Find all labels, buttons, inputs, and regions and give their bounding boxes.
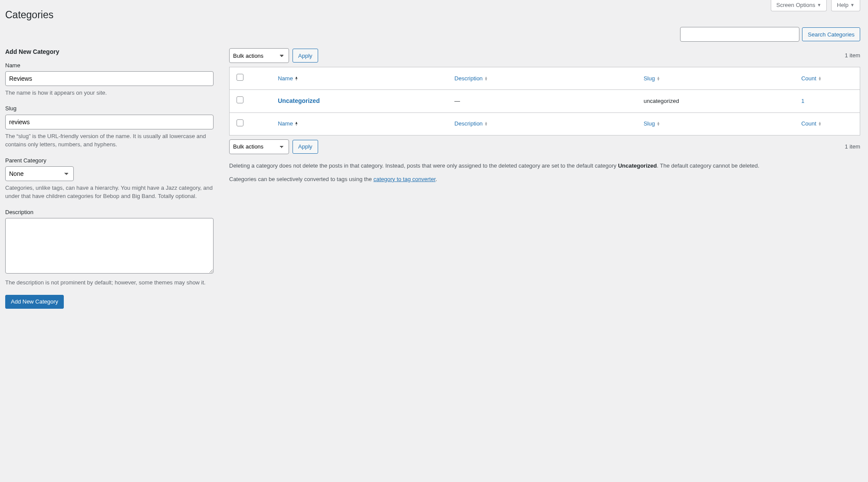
column-header-description[interactable]: Description ▲▼ (454, 75, 488, 83)
name-help: The name is how it appears on your site. (5, 89, 214, 97)
help-label: Help (837, 1, 848, 9)
column-footer-description[interactable]: Description ▲▼ (454, 120, 488, 128)
column-count-label: Count (801, 75, 816, 83)
column-description-label: Description (454, 75, 483, 83)
slug-help: The “slug” is the URL-friendly version o… (5, 132, 214, 149)
slug-field[interactable] (5, 115, 214, 129)
parent-category-select[interactable]: None (5, 166, 74, 181)
screen-options-tab[interactable]: Screen Options ▼ (771, 0, 827, 11)
apply-bottom-button[interactable]: Apply (293, 140, 318, 154)
description-field[interactable] (5, 218, 214, 274)
sort-icon: ▲▼ (818, 76, 822, 81)
description-label: Description (5, 208, 214, 216)
bulk-actions-top-select[interactable]: Bulk actions (229, 48, 289, 63)
parent-category-label: Parent Category (5, 157, 214, 165)
sort-icon: ▲▼ (657, 122, 660, 126)
row-name-link[interactable]: Uncategorized (278, 97, 319, 104)
select-all-bottom-checkbox[interactable] (237, 119, 243, 126)
column-footer-count[interactable]: Count ▲▼ (801, 120, 822, 128)
chevron-down-icon: ▼ (850, 2, 855, 8)
row-slug: uncategorized (639, 90, 797, 112)
name-label: Name (5, 62, 214, 69)
item-count-top: 1 item (845, 52, 860, 59)
delete-note: Deleting a category does not delete the … (229, 162, 860, 171)
add-new-category-heading: Add New Category (5, 48, 214, 56)
category-to-tag-converter-link[interactable]: category to tag converter (373, 176, 435, 182)
item-count-bottom: 1 item (845, 143, 860, 151)
row-count-link[interactable]: 1 (801, 98, 804, 104)
help-tab[interactable]: Help ▼ (831, 0, 860, 11)
row-checkbox[interactable] (237, 96, 243, 103)
column-header-name[interactable]: Name ▲▼ (278, 75, 298, 83)
column-header-count[interactable]: Count ▲▼ (801, 75, 822, 83)
parent-help: Categories, unlike tags, can have a hier… (5, 184, 214, 201)
converter-note: Categories can be selectively converted … (229, 175, 860, 184)
sort-icon: ▲▼ (295, 122, 298, 126)
add-new-category-button[interactable]: Add New Category (5, 295, 64, 309)
row-description: — (450, 90, 639, 112)
sort-icon: ▲▼ (657, 76, 660, 81)
slug-label: Slug (5, 105, 214, 112)
page-title: Categories (5, 0, 860, 27)
column-footer-name[interactable]: Name ▲▼ (278, 120, 298, 128)
name-field[interactable] (5, 71, 214, 86)
sort-icon: ▲▼ (295, 76, 298, 81)
sort-icon: ▲▼ (484, 76, 488, 81)
table-row: Uncategorized — uncategorized 1 (230, 90, 860, 112)
screen-options-label: Screen Options (776, 1, 815, 9)
sort-icon: ▲▼ (484, 122, 488, 126)
description-help: The description is not prominent by defa… (5, 278, 214, 287)
sort-icon: ▲▼ (818, 122, 822, 126)
apply-top-button[interactable]: Apply (293, 49, 318, 63)
chevron-down-icon: ▼ (817, 2, 821, 8)
column-name-label: Name (278, 75, 293, 83)
column-header-slug[interactable]: Slug ▲▼ (644, 75, 660, 83)
column-footer-slug[interactable]: Slug ▲▼ (644, 120, 660, 128)
select-all-top-checkbox[interactable] (237, 74, 243, 81)
bulk-actions-bottom-select[interactable]: Bulk actions (229, 139, 289, 154)
search-input[interactable] (680, 27, 799, 42)
column-slug-label: Slug (644, 75, 655, 83)
search-categories-button[interactable]: Search Categories (802, 27, 860, 41)
